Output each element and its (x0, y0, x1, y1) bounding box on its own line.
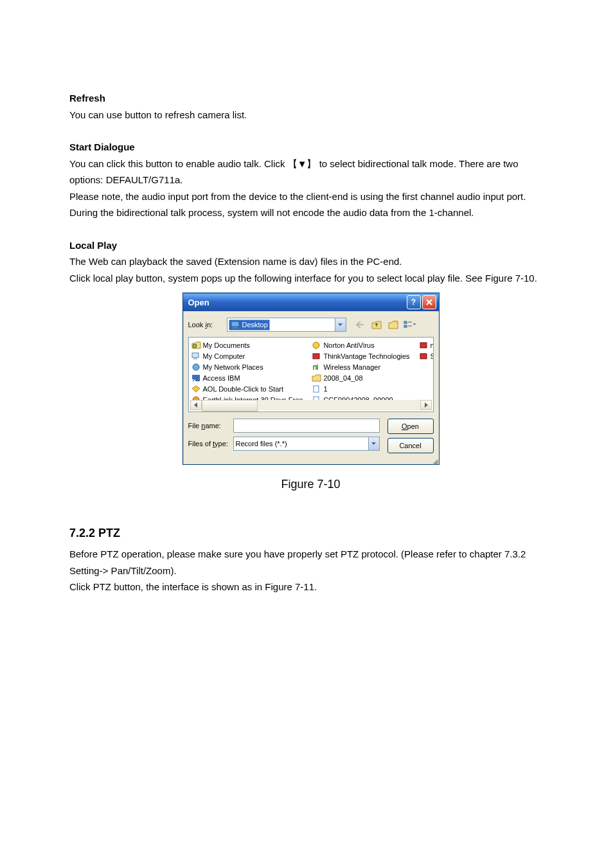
open-dialog: Open ? Look in: Desktop (182, 293, 440, 465)
help-button[interactable]: ? (407, 295, 421, 309)
heading-ptz: 7.2.2 PTZ (69, 523, 552, 543)
list-item[interactable]: Wireless Manager (312, 362, 409, 372)
folder-icon (191, 340, 201, 350)
computer-icon (191, 351, 201, 361)
file-list-col-1: My Documents My Computer My Network Plac… (191, 340, 303, 401)
close-button[interactable] (422, 295, 436, 309)
cancel-button[interactable]: Cancel (387, 438, 434, 453)
para-ptz-2: Click PTZ button, the interface is shown… (69, 579, 552, 595)
list-item[interactable]: My Network Places (191, 362, 303, 372)
figure-caption: Figure 7-10 (69, 475, 552, 494)
up-one-level-button[interactable] (369, 318, 384, 332)
open-button[interactable]: Open (387, 419, 434, 434)
svg-rect-15 (314, 386, 319, 392)
file-list-col-2: Norton AntiVirus ThinkVantage Technologi… (312, 340, 409, 401)
dialog-titlebar: Open ? (183, 293, 439, 311)
svg-rect-18 (420, 354, 427, 359)
svg-rect-7 (192, 353, 199, 357)
shortcut-icon (312, 351, 321, 361)
shortcut-icon (191, 384, 201, 393)
svg-point-9 (193, 364, 199, 370)
desktop-icon (231, 320, 240, 330)
list-item[interactable]: 1 (312, 384, 409, 393)
svg-rect-1 (233, 327, 238, 329)
shortcut-icon (419, 351, 429, 361)
para-localplay-1: The Web can playback the saved (Extensio… (69, 253, 552, 270)
list-item[interactable]: My Documents (191, 340, 303, 350)
open-dialog-figure: Open ? Look in: Desktop (182, 293, 440, 465)
para-refresh-1: You can use button to refresh camera lis… (69, 107, 552, 123)
filetype-label: Files of type: (188, 440, 233, 448)
list-item[interactable]: n100 (419, 340, 433, 350)
filename-label: File name: (188, 422, 233, 429)
new-folder-button[interactable] (386, 318, 400, 332)
lookin-value: Desktop (242, 321, 268, 329)
filetype-dropdown-arrow[interactable] (368, 437, 379, 450)
heading-refresh: Refresh (69, 90, 552, 107)
scroll-thumb[interactable] (202, 400, 258, 411)
list-item[interactable]: Secu (419, 351, 433, 361)
network-icon (191, 362, 201, 372)
svg-point-6 (193, 344, 197, 348)
list-item[interactable]: ThinkVantage Technologies (312, 351, 409, 361)
list-item[interactable]: My Computer (191, 351, 303, 361)
shortcut-icon (191, 373, 201, 383)
lookin-dropdown-arrow[interactable] (335, 318, 346, 331)
dialog-title-text: Open (188, 298, 209, 307)
lookin-dropdown[interactable]: Desktop (227, 318, 346, 332)
scroll-left-button[interactable] (190, 400, 202, 410)
shortcut-icon (312, 340, 321, 350)
lookin-label: Look in: (188, 321, 227, 329)
resize-grip[interactable]: ◢ (183, 458, 439, 464)
shortcut-icon (312, 362, 321, 372)
list-item[interactable]: Norton AntiVirus (312, 340, 409, 350)
file-list-col-3: n100 Secu (419, 340, 433, 401)
back-button[interactable] (353, 318, 367, 332)
svg-rect-17 (420, 343, 427, 348)
list-item[interactable]: 2008_04_08 (312, 373, 409, 383)
svg-rect-3 (404, 325, 407, 327)
list-item[interactable]: AOL Double-Click to Start (191, 384, 303, 393)
svg-rect-0 (231, 321, 239, 327)
para-ptz-1: Before PTZ operation, please make sure y… (69, 546, 552, 579)
folder-icon (312, 373, 321, 383)
file-list[interactable]: My Documents My Computer My Network Plac… (188, 337, 434, 412)
svg-rect-2 (404, 321, 407, 323)
scroll-right-button[interactable] (420, 400, 432, 410)
filename-input[interactable] (233, 419, 380, 433)
para-startdlg-1: You can click this button to enable audi… (69, 156, 552, 188)
svg-rect-14 (313, 354, 319, 359)
para-localplay-2: Click local play button, system pops up … (69, 270, 552, 287)
svg-rect-8 (193, 358, 197, 359)
svg-point-13 (313, 342, 319, 348)
heading-local-play: Local Play (69, 237, 552, 254)
dialog-toolbar (353, 318, 417, 332)
list-item[interactable]: Access IBM (191, 373, 303, 383)
filetype-dropdown[interactable]: Record files (*.*) (233, 437, 380, 451)
shortcut-icon (419, 340, 429, 350)
para-startdlg-2: Please note, the audio input port from t… (69, 188, 552, 221)
view-menu-button[interactable] (403, 318, 417, 332)
heading-start-dialogue: Start Dialogue (69, 139, 552, 156)
horizontal-scrollbar[interactable] (190, 400, 432, 410)
file-icon (312, 384, 321, 393)
